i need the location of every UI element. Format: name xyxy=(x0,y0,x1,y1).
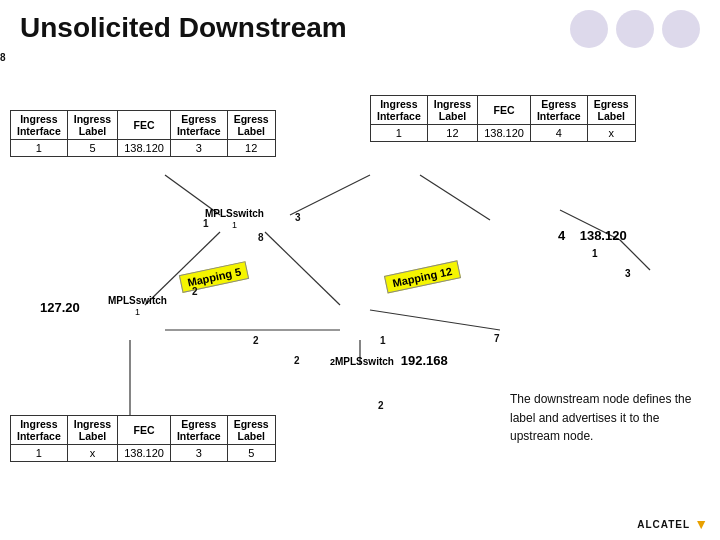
cell-egress-interface: 3 xyxy=(170,140,227,157)
mpls-switch-2: MPLSswitch 1 xyxy=(108,295,167,317)
mapping-5-label: Mapping 5 xyxy=(179,261,250,293)
table-bottom-left: IngressInterface IngressLabel FEC Egress… xyxy=(10,415,276,462)
line-num-2b: 2 xyxy=(253,335,259,346)
cell-egress-interface-r: 4 xyxy=(530,125,587,142)
alcatel-logo: ALCATEL ▼ xyxy=(637,516,708,532)
cell-ingress-interface-b: 1 xyxy=(11,445,68,462)
line-num-7: 7 xyxy=(494,333,500,344)
cell-fec: 138.120 xyxy=(118,140,171,157)
mpls-switch-1-num: 1 xyxy=(232,220,237,230)
col-ingress-interface-b: IngressInterface xyxy=(11,416,68,445)
deco-circle-3 xyxy=(662,10,700,48)
cell-fec-r: 138.120 xyxy=(478,125,531,142)
cell-egress-label-r: x xyxy=(587,125,635,142)
col-fec: FEC xyxy=(118,111,171,140)
mapping-12-label: Mapping 12 xyxy=(384,260,461,293)
col-egress-interface-r: EgressInterface xyxy=(530,96,587,125)
line-num-2d: 2 xyxy=(378,400,384,411)
deco-circle-1 xyxy=(570,10,608,48)
col-fec-r: FEC xyxy=(478,96,531,125)
info-text-block: The downstream node defines the label an… xyxy=(510,390,710,446)
svg-line-2 xyxy=(420,175,490,220)
table-row-bottom: 1 x 138.120 3 5 xyxy=(11,445,276,462)
cell-ingress-interface-r: 1 xyxy=(371,125,428,142)
address-138: 4 138.120 xyxy=(558,228,627,243)
deco-circle-2 xyxy=(616,10,654,48)
num-3-right: 3 xyxy=(625,268,631,279)
address-192: 192.168 xyxy=(401,353,448,368)
line-num-1b: 1 xyxy=(380,335,386,346)
cell-ingress-label: 5 xyxy=(67,140,117,157)
cell-ingress-interface: 1 xyxy=(11,140,68,157)
col-egress-label-b: EgressLabel xyxy=(227,416,275,445)
mpls-switch-3: 2MPLSswitch 192.168 xyxy=(330,353,444,368)
table-top-right: IngressInterface IngressLabel FEC Egress… xyxy=(370,95,636,142)
col-egress-label-r: EgressLabel xyxy=(587,96,635,125)
alcatel-arrow-icon: ▼ xyxy=(694,516,708,532)
address-127: 127.20 xyxy=(40,300,80,315)
col-ingress-interface: IngressInterface xyxy=(11,111,68,140)
col-egress-interface-b: EgressInterface xyxy=(170,416,227,445)
num-1-right: 1 xyxy=(592,248,598,259)
svg-line-4 xyxy=(620,240,650,270)
mpls-switch-2-num: 1 xyxy=(135,307,140,317)
table-row-right: 1 12 138.120 4 x xyxy=(371,125,636,142)
decorative-circles xyxy=(570,10,700,48)
alcatel-text: ALCATEL xyxy=(637,519,690,530)
line-num-2a: 2 xyxy=(192,286,198,297)
svg-line-10 xyxy=(370,310,500,330)
mpls-switch-1: MPLSswitch 1 xyxy=(205,208,264,230)
line-num-8a: 8 xyxy=(258,232,264,243)
table-row: 1 5 138.120 3 12 xyxy=(11,140,276,157)
cell-egress-label: 12 xyxy=(227,140,275,157)
line-num-8b: 8 xyxy=(0,52,6,63)
line-num-3a: 3 xyxy=(295,212,301,223)
col-egress-interface: EgressInterface xyxy=(170,111,227,140)
cell-ingress-label-r: 12 xyxy=(427,125,477,142)
line-num-1a: 1 xyxy=(203,218,209,229)
col-ingress-label: IngressLabel xyxy=(67,111,117,140)
col-ingress-interface-r: IngressInterface xyxy=(371,96,428,125)
col-fec-b: FEC xyxy=(118,416,171,445)
svg-line-6 xyxy=(265,232,340,305)
table-top-left: IngressInterface IngressLabel FEC Egress… xyxy=(10,110,276,157)
svg-line-1 xyxy=(290,175,370,215)
cell-fec-b: 138.120 xyxy=(118,445,171,462)
col-egress-label: EgressLabel xyxy=(227,111,275,140)
cell-ingress-label-b: x xyxy=(67,445,117,462)
col-ingress-label-b: IngressLabel xyxy=(67,416,117,445)
col-ingress-label-r: IngressLabel xyxy=(427,96,477,125)
cell-egress-label-b: 5 xyxy=(227,445,275,462)
line-num-2c: 2 xyxy=(294,355,300,366)
cell-egress-interface-b: 3 xyxy=(170,445,227,462)
